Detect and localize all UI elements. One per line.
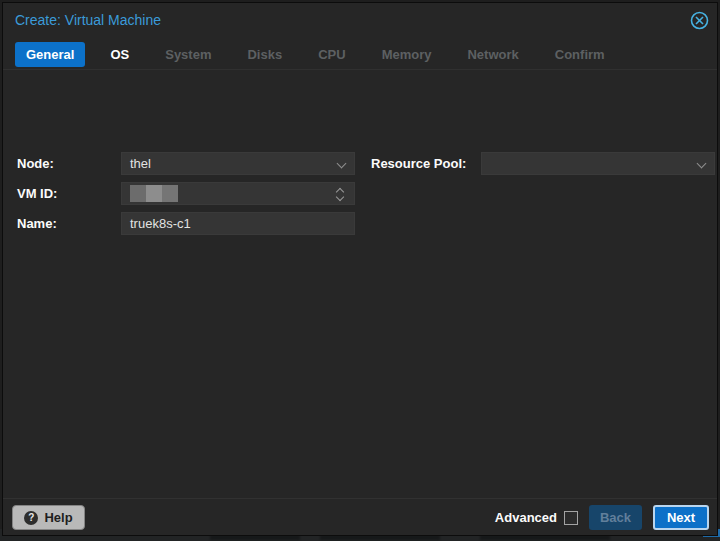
dialog-titlebar: Create: Virtual Machine — [3, 3, 717, 37]
tab-os[interactable]: OS — [99, 42, 140, 67]
back-button: Back — [589, 505, 642, 530]
vmid-spinner-field[interactable] — [121, 182, 355, 205]
wizard-tabbar: General OS System Disks CPU Memory Netwo… — [15, 41, 709, 68]
dialog-title: Create: Virtual Machine — [15, 12, 161, 28]
node-combobox[interactable]: thel — [121, 152, 355, 175]
spinner-down-icon[interactable] — [336, 193, 344, 201]
help-button-label: Help — [44, 510, 72, 525]
dialog-footer-toolbar: ? Help Advanced Back Next — [3, 498, 717, 535]
tab-network: Network — [456, 42, 529, 67]
advanced-checkbox[interactable] — [564, 511, 578, 525]
node-value: thel — [130, 153, 151, 174]
general-form-panel: Node: thel VM ID: Name: truek8s-c1 Resou… — [3, 69, 717, 497]
node-label: Node: — [17, 156, 54, 171]
tab-system: System — [154, 42, 222, 67]
vmid-label: VM ID: — [17, 186, 57, 201]
resource-pool-label: Resource Pool: — [371, 156, 466, 171]
spinner-arrows-icon[interactable] — [335, 186, 347, 203]
close-icon[interactable] — [690, 11, 709, 30]
name-value: truek8s-c1 — [130, 213, 191, 234]
chevron-down-icon[interactable] — [337, 159, 347, 169]
footer-actions: Advanced Back Next — [495, 505, 709, 530]
tab-cpu: CPU — [307, 42, 356, 67]
help-icon: ? — [24, 511, 38, 525]
vmid-redacted-value — [130, 185, 178, 202]
tab-disks: Disks — [236, 42, 293, 67]
tab-general[interactable]: General — [15, 42, 85, 67]
help-button[interactable]: ? Help — [12, 505, 85, 530]
screen: Create: Virtual Machine General OS Syste… — [0, 0, 720, 541]
next-button[interactable]: Next — [653, 505, 709, 530]
create-vm-dialog: Create: Virtual Machine General OS Syste… — [2, 2, 718, 536]
tab-confirm: Confirm — [544, 42, 616, 67]
name-label: Name: — [17, 216, 57, 231]
name-input[interactable]: truek8s-c1 — [121, 212, 355, 235]
resource-pool-combobox[interactable] — [481, 152, 715, 175]
advanced-label: Advanced — [495, 510, 557, 525]
chevron-down-icon[interactable] — [697, 159, 707, 169]
tab-memory: Memory — [371, 42, 443, 67]
